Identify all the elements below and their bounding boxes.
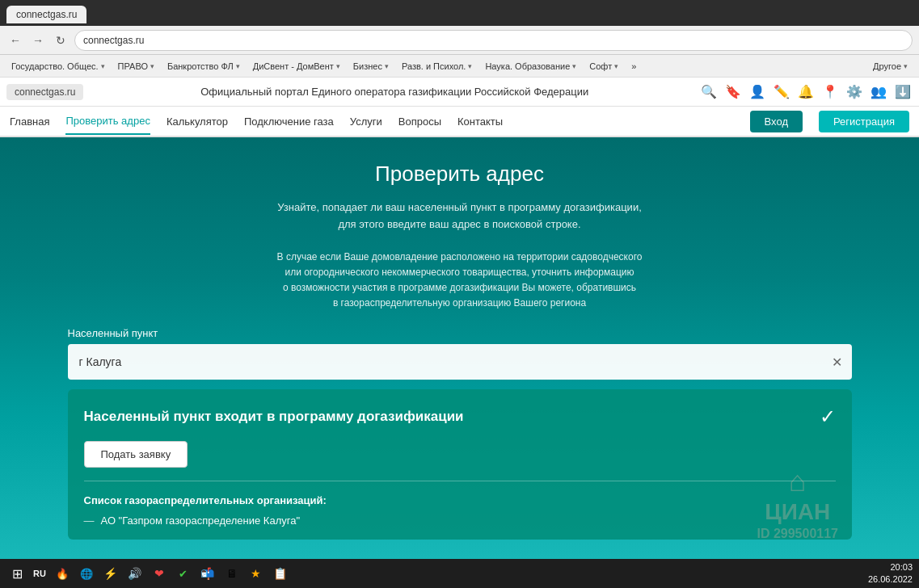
- taskbar: ⊞ RU 🔥 🌐 ⚡ 🔊 ❤ ✔ 📬 🖥 ★ 📋 20:03 26.06.202…: [0, 559, 919, 588]
- taskbar-icon-6[interactable]: ✔: [173, 563, 194, 584]
- download-icon[interactable]: ⬇️: [893, 82, 913, 102]
- taskbar-clock: 20:03 26.06.2022: [868, 561, 913, 586]
- taskbar-start[interactable]: ⊞: [6, 563, 27, 584]
- bookmark-bankrotstvo[interactable]: Банкротство ФЛ ▾: [162, 60, 245, 73]
- bookmark-icon[interactable]: 🔖: [723, 82, 743, 102]
- chevron-icon: ▾: [904, 62, 908, 70]
- search-input[interactable]: [68, 344, 852, 380]
- taskbar-icon-10[interactable]: 📋: [270, 563, 291, 584]
- bookmark-razv[interactable]: Разв. и Психол. ▾: [397, 60, 477, 73]
- taskbar-time-text: 20:03: [868, 561, 913, 573]
- nav-home[interactable]: Главная: [10, 109, 49, 134]
- login-button[interactable]: Вход: [750, 111, 803, 132]
- orgs-title: Список газораспределительных организаций…: [84, 494, 836, 506]
- language-badge[interactable]: RU: [31, 568, 48, 579]
- search-label: Населенный пункт: [68, 327, 852, 339]
- taskbar-icon-9[interactable]: ★: [246, 563, 267, 584]
- chevron-icon: ▾: [336, 62, 340, 70]
- forward-button[interactable]: →: [29, 32, 47, 49]
- map-icon[interactable]: 📍: [820, 82, 840, 102]
- bookmark-more[interactable]: »: [626, 60, 641, 73]
- settings-icon[interactable]: ⚙️: [845, 82, 864, 102]
- clear-search-button[interactable]: ✕: [832, 355, 842, 370]
- bookmark-gosudarstvo[interactable]: Государство. Общес. ▾: [6, 60, 110, 73]
- nav-calculator[interactable]: Калькулятор: [167, 109, 228, 134]
- result-panel: Населенный пункт входит в программу дога…: [68, 389, 852, 540]
- address-bar[interactable]: connectgas.ru: [74, 30, 913, 51]
- chevron-icon: ▾: [101, 62, 105, 70]
- register-button[interactable]: Регистрация: [819, 111, 909, 132]
- tab-bar: connectgas.ru: [0, 0, 919, 26]
- bookmark-pravo[interactable]: ПРАВО ▾: [113, 60, 159, 73]
- bookmark-other[interactable]: Другое ▾: [868, 60, 913, 73]
- taskbar-icon-7[interactable]: 📬: [197, 563, 218, 584]
- taskbar-date-text: 26.06.2022: [868, 573, 913, 586]
- users-icon[interactable]: 👥: [869, 82, 888, 102]
- description-text-1: Узнайте, попадает ли ваш населенный пунк…: [258, 200, 662, 233]
- taskbar-icon-3[interactable]: ⚡: [100, 563, 121, 584]
- main-content: Проверить адрес Узнайте, попадает ли ваш…: [0, 137, 919, 588]
- org-dash: —: [84, 514, 95, 527]
- browser-toolbar: ← → ↻ connectgas.ru: [0, 26, 919, 55]
- bookmarks-bar: Государство. Общес. ▾ ПРАВО ▾ Банкротств…: [0, 55, 919, 78]
- check-icon: ✓: [820, 405, 836, 428]
- chevron-icon: ▾: [572, 62, 576, 70]
- nav-services[interactable]: Услуги: [350, 109, 382, 134]
- taskbar-icon-1[interactable]: 🔥: [52, 563, 73, 584]
- org-item: — АО "Газпром газораспределение Калуга": [84, 514, 836, 527]
- chevron-icon: ▾: [468, 62, 472, 70]
- user-icon[interactable]: 👤: [748, 82, 767, 102]
- search-section: Населенный пункт ✕: [68, 327, 852, 380]
- nav-questions[interactable]: Вопросы: [398, 109, 441, 134]
- site-url-badge: connectgas.ru: [6, 84, 83, 100]
- search-input-wrap: ✕: [68, 344, 852, 380]
- chevron-icon: ▾: [236, 62, 240, 70]
- bookmark-disvant[interactable]: ДиСвент - ДомВент ▾: [248, 60, 345, 73]
- chevron-icon: ▾: [614, 62, 618, 70]
- browser-chrome: connectgas.ru ← → ↻ connectgas.ru Госуда…: [0, 0, 919, 78]
- taskbar-icon-4[interactable]: 🔊: [124, 563, 145, 584]
- site-title: Официальный портал Единого оператора газ…: [90, 86, 699, 98]
- taskbar-icon-2[interactable]: 🌐: [76, 563, 97, 584]
- chevron-icon: ▾: [150, 62, 154, 70]
- notification-icon[interactable]: 🔔: [796, 82, 816, 102]
- nav-connection[interactable]: Подключение газа: [244, 109, 334, 134]
- nav-check-address[interactable]: Проверить адрес: [65, 108, 150, 135]
- submit-button[interactable]: Подать заявку: [84, 441, 188, 468]
- description-text-2: В случае если Ваше домовладение располож…: [274, 250, 646, 312]
- chevron-icon: ▾: [385, 62, 389, 70]
- back-button[interactable]: ←: [6, 32, 24, 49]
- bookmark-nauka[interactable]: Наука. Образование ▾: [480, 60, 581, 73]
- search-icon[interactable]: 🔍: [699, 82, 719, 102]
- taskbar-icon-8[interactable]: 🖥: [221, 563, 242, 584]
- browser-tab[interactable]: connectgas.ru: [6, 6, 86, 23]
- result-divider: [84, 481, 836, 481]
- page-title: Проверить адрес: [16, 162, 903, 187]
- result-title: Населенный пункт входит в программу дога…: [84, 409, 464, 425]
- site-top-bar: connectgas.ru Официальный портал Единого…: [0, 78, 919, 107]
- bookmark-biznes[interactable]: Бизнес ▾: [348, 60, 394, 73]
- address-text: connectgas.ru: [83, 35, 144, 46]
- org-name: АО "Газпром газораспределение Калуга": [101, 514, 301, 527]
- pen-icon[interactable]: ✏️: [772, 82, 791, 102]
- taskbar-icon-5[interactable]: ❤: [149, 563, 170, 584]
- top-bar-icons: 🔍 🔖 👤 ✏️ 🔔 📍 ⚙️ 👥 ⬇️: [699, 82, 913, 102]
- bookmark-soft[interactable]: Софт ▾: [584, 60, 623, 73]
- nav-contacts[interactable]: Контакты: [457, 109, 503, 134]
- result-header: Населенный пункт входит в программу дога…: [84, 405, 836, 428]
- reload-button[interactable]: ↻: [52, 32, 70, 49]
- site-nav: Главная Проверить адрес Калькулятор Подк…: [0, 107, 919, 137]
- website: connectgas.ru Официальный портал Единого…: [0, 78, 919, 588]
